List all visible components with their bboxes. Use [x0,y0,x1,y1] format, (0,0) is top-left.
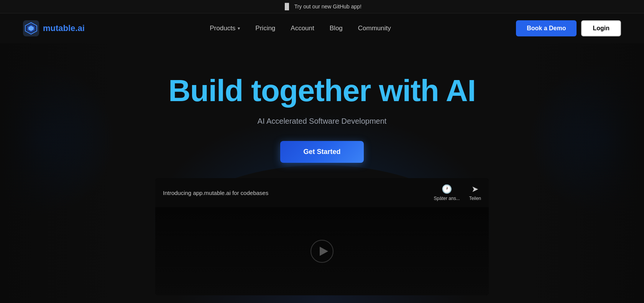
logo[interactable]: mutable.ai [23,20,85,36]
video-title: Introducing app.mutable.ai for codebases [163,190,268,196]
banner-text: Try out our new GitHub app! [294,3,361,10]
nav-links: Products ▾ Pricing Account Blog Communit… [210,25,391,32]
share-icon: ➤ [472,184,478,194]
share-button[interactable]: ➤ Teilen [469,184,481,201]
top-banner[interactable]: ▐▌ Try out our new GitHub app! [0,0,644,13]
hero-subtitle: AI Accelerated Software Development [0,117,644,126]
watch-later-button[interactable]: 🕐 Später ans... [434,184,460,201]
chevron-down-icon: ▾ [238,26,240,31]
nav-account[interactable]: Account [291,25,314,32]
video-header: Introducing app.mutable.ai for codebases… [155,178,489,207]
svg-marker-5 [320,247,328,256]
nav-community[interactable]: Community [358,25,391,32]
get-started-button[interactable]: Get Started [280,141,363,163]
hero-title: Build together with AI [0,74,644,108]
nav-pricing[interactable]: Pricing [255,25,275,32]
video-section[interactable]: Introducing app.mutable.ai for codebases… [155,178,489,295]
play-icon [310,240,334,263]
share-label: Teilen [469,196,481,201]
github-icon: ▐▌ [283,3,291,10]
nav-buttons: Book a Demo Login [516,20,621,36]
logo-icon [23,20,39,36]
hero-section: Build together with AI AI Accelerated So… [0,43,644,303]
video-controls: 🕐 Später ans... ➤ Teilen [434,184,481,201]
navbar: mutable.ai Products ▾ Pricing Account Bl… [0,13,644,43]
watch-later-icon: 🕐 [442,184,452,194]
watch-later-label: Später ans... [434,196,460,201]
nav-blog[interactable]: Blog [330,25,343,32]
nav-products[interactable]: Products ▾ [210,25,240,32]
book-demo-button[interactable]: Book a Demo [516,20,577,36]
login-button[interactable]: Login [581,20,621,36]
video-thumbnail[interactable] [155,207,489,295]
logo-text: mutable.ai [43,23,85,33]
